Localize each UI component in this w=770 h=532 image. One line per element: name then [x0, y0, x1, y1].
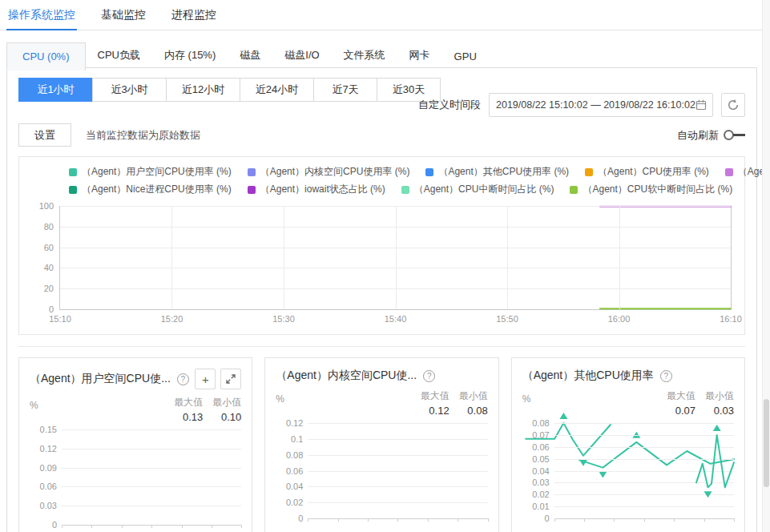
metric-tab-1[interactable]: CPU负载 [86, 41, 152, 70]
time-range-button-1[interactable]: 近3小时 [92, 78, 167, 102]
metric-tab-3[interactable]: 磁盘 [228, 41, 272, 70]
mini-x-tickmark [554, 518, 555, 522]
date-range-input[interactable]: 2019/08/22 15:10:02 — 2019/08/22 16:10:0… [489, 93, 713, 117]
main-x-tick-label: 15:50 [496, 314, 518, 324]
mini-y-tick-label: 0.09 [40, 463, 57, 473]
date-range-value: 2019/08/22 15:10:02 — 2019/08/22 16:10:0… [496, 99, 695, 111]
metric-card-header: （Agent）用户空间CPU使...?+ [19, 358, 252, 389]
legend-item[interactable]: （Agent）iowait状态占比 (%) [248, 183, 385, 196]
mini-x-tickmark [151, 525, 152, 528]
help-icon[interactable]: ? [423, 370, 435, 382]
mini-x-tickmark [91, 525, 92, 528]
max-value: 0.07 [663, 405, 695, 417]
top-tab-2[interactable]: 进程监控 [170, 0, 218, 30]
time-range-button-4[interactable]: 近7天 [313, 78, 377, 102]
legend-swatch-icon [69, 168, 77, 176]
mini-y-tick-label: 0.08 [532, 418, 549, 428]
metric-tab-0[interactable]: CPU (0%) [6, 42, 86, 71]
legend-swatch-icon [570, 186, 578, 194]
main-chart: 02040608010015:1015:2015:3015:4015:5016:… [59, 206, 732, 310]
mini-y-tick-label: 0.06 [532, 442, 549, 452]
max-min-values: 0.070.03 [663, 403, 734, 417]
legend-swatch-icon [248, 186, 256, 194]
mini-y-tick-label: 0.08 [286, 450, 303, 460]
main-x-tick-label: 15:10 [49, 314, 71, 324]
settings-button[interactable]: 设置 [18, 123, 71, 147]
min-marker-icon [703, 491, 712, 498]
scrollbar-thumb[interactable] [764, 399, 769, 487]
legend-item[interactable]: （Agent）CPU中断时间占比 (%) [401, 183, 554, 196]
mini-y-tick-label: 0.04 [286, 482, 303, 491]
mini-chart-plot: 0.080.070.060.050.040.030.020.010 [554, 423, 734, 519]
mini-chart-series [62, 429, 241, 525]
time-range-button-0[interactable]: 近1小时 [18, 78, 93, 102]
mini-x-tickmark [397, 518, 398, 522]
mini-x-tickmark [338, 518, 339, 522]
metric-tab-7[interactable]: GPU [442, 43, 489, 70]
metric-tab-4[interactable]: 磁盘I/O [272, 41, 331, 70]
min-value: 0.08 [456, 405, 488, 417]
custom-time-section: 自定义时间段 2019/08/22 15:10:02 — 2019/08/22 … [418, 93, 745, 117]
mini-x-tickmark [182, 525, 183, 528]
top-tab-0[interactable]: 操作系统监控 [6, 0, 77, 30]
max-min-values: 0.130.10 [171, 409, 241, 423]
auto-refresh-toggle[interactable] [724, 130, 745, 140]
top-tab-bar: 操作系统监控基础监控进程监控 [0, 0, 770, 30]
min-value: 0.03 [702, 405, 734, 417]
unit-label: % [522, 393, 531, 405]
mini-x-tickmark [704, 518, 705, 522]
mini-y-tick-label: 0.06 [40, 482, 57, 491]
time-range-button-2[interactable]: 近12小时 [166, 78, 240, 102]
max-min-labels: 最大值最小值 [663, 389, 734, 403]
metric-tab-2[interactable]: 内存 (15%) [152, 41, 228, 70]
max-value: 0.13 [171, 411, 203, 423]
chart-legend: （Agent）用户空间CPU使用率 (%)（Agent）内核空间CPU使用率 (… [19, 165, 744, 196]
help-icon[interactable]: ? [177, 373, 189, 385]
expand-button[interactable] [220, 369, 241, 389]
main-gridline-v [396, 206, 397, 309]
legend-item[interactable]: （Agent）用户空间CPU使用率 (%) [69, 165, 232, 179]
mini-y-tick-label: 0.1 [291, 434, 303, 444]
time-range-button-3[interactable]: 近24小时 [240, 78, 314, 102]
calendar-icon[interactable] [695, 99, 707, 111]
help-icon[interactable]: ? [660, 370, 672, 382]
toggle-bar-icon [733, 134, 745, 136]
mini-y-tick-label: 0 [52, 520, 57, 530]
metric-card-1: （Agent）内核空间CPU使...?%最大值最小值0.120.080.120.… [264, 357, 498, 532]
metric-tab-6[interactable]: 网卡 [397, 41, 442, 70]
max-min-labels: 最大值最小值 [417, 389, 488, 403]
legend-item[interactable]: （Agent）内核空间CPU使用率 (%) [248, 165, 410, 179]
top-tab-1[interactable]: 基础监控 [99, 0, 147, 30]
legend-item[interactable]: （Agent）Nice进程CPU使用率 (%) [69, 183, 232, 196]
legend-item[interactable]: （Agent）其他CPU使用率 (%) [425, 165, 569, 179]
refresh-button[interactable] [721, 93, 745, 117]
main-gridline-v [507, 206, 508, 309]
legend-label: （Agent）内核空间CPU使用率 (%) [260, 165, 410, 179]
refresh-icon [727, 99, 740, 111]
mini-x-tickmark [212, 525, 212, 528]
min-label: 最小值 [209, 396, 241, 409]
metric-card-0: （Agent）用户空间CPU使...?+%最大值最小值0.130.100.150… [18, 357, 252, 532]
legend-item[interactable]: （Agent）CPU软中断时间占比 (%) [570, 183, 732, 196]
unit-label: % [30, 400, 38, 411]
legend-label: （Agent）其他CPU使用率 (%) [438, 165, 569, 179]
auto-refresh-section: 自动刷新 [677, 128, 745, 143]
main-x-tick-label: 15:30 [272, 314, 295, 324]
main-x-tick-label: 15:20 [161, 314, 183, 324]
legend-item[interactable]: （Agent）CPU使用率 (%) [585, 165, 709, 179]
mini-x-tickmark [488, 518, 489, 522]
metric-card-title: （Agent）其他CPU使用率 [522, 369, 654, 383]
mini-x-tickmark [674, 518, 675, 522]
metric-tab-5[interactable]: 文件系统 [332, 41, 397, 70]
mini-chart-series [554, 423, 734, 518]
max-min-labels: 最大值最小值 [171, 396, 241, 409]
min-label: 最小值 [702, 389, 734, 403]
mini-y-tick-label: 0.02 [286, 498, 303, 507]
mini-chart-series [308, 423, 487, 518]
section-divider [18, 346, 745, 347]
main-gridline-v [171, 206, 172, 309]
scrollbar[interactable] [762, 0, 770, 532]
plus-button[interactable]: + [195, 369, 216, 389]
mini-x-tickmark [614, 518, 615, 522]
max-label: 最大值 [417, 389, 450, 403]
